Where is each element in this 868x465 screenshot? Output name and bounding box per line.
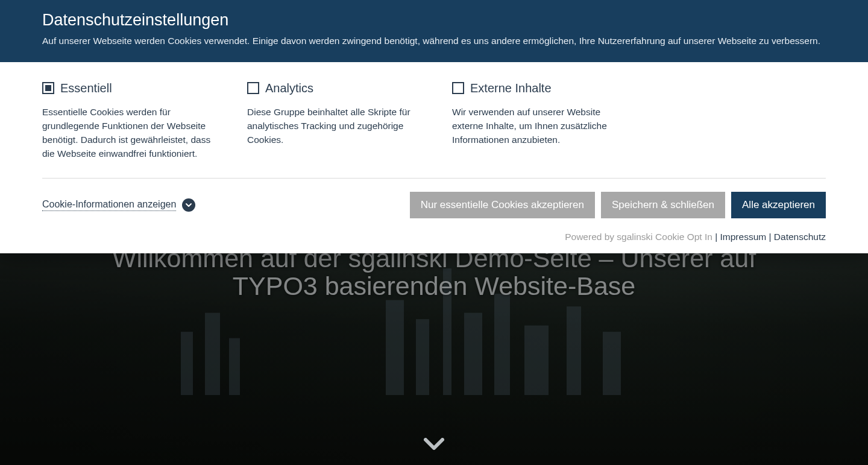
svg-rect-2 xyxy=(229,338,240,396)
group-analytics-title: Analytics xyxy=(265,81,313,95)
group-external-desc: Wir verwenden auf unserer Website extern… xyxy=(452,105,633,147)
consent-intro: Auf unserer Webseite werden Cookies verw… xyxy=(42,34,826,48)
cookie-info-toggle[interactable]: Cookie-Informationen anzeigen xyxy=(42,198,195,212)
consent-title: Datenschutzeinstellungen xyxy=(42,11,826,30)
consent-groups: Essentiell Essentielle Cookies werden fü… xyxy=(42,81,826,179)
scroll-down-icon[interactable] xyxy=(420,430,448,459)
svg-rect-7 xyxy=(494,294,510,395)
consent-buttons: Nur essentielle Cookies akzeptieren Spei… xyxy=(410,192,826,218)
consent-footer: Powered by sgalinski Cookie Opt In | Imp… xyxy=(0,228,868,253)
svg-rect-4 xyxy=(416,319,429,395)
checkbox-essential xyxy=(42,82,54,94)
group-analytics: Analytics Diese Gruppe beinhaltet alle S… xyxy=(247,81,428,161)
group-analytics-desc: Diese Gruppe beinhaltet alle Skripte für… xyxy=(247,105,428,147)
group-essential: Essentiell Essentielle Cookies werden fü… xyxy=(42,81,223,161)
group-external: Externe Inhalte Wir verwenden auf unsere… xyxy=(452,81,633,161)
footer-sep-2: | xyxy=(766,232,774,242)
group-essential-title: Essentiell xyxy=(60,81,112,95)
powered-by: Powered by sgalinski Cookie Opt In xyxy=(565,232,712,242)
chevron-down-icon xyxy=(182,198,195,212)
consent-header: Datenschutzeinstellungen Auf unserer Web… xyxy=(0,0,868,62)
svg-rect-8 xyxy=(524,326,549,396)
svg-rect-10 xyxy=(603,332,621,395)
checkbox-analytics[interactable] xyxy=(247,82,259,94)
imprint-link[interactable]: Impressum xyxy=(720,232,767,242)
accept-all-button[interactable]: Alle akzeptieren xyxy=(731,192,826,218)
save-close-button[interactable]: Speichern & schließen xyxy=(601,192,725,218)
svg-rect-6 xyxy=(464,313,482,396)
group-external-title: Externe Inhalte xyxy=(470,81,552,95)
cookie-info-toggle-label: Cookie-Informationen anzeigen xyxy=(42,199,176,211)
cookie-consent-dialog: Datenschutzeinstellungen Auf unserer Web… xyxy=(0,0,868,253)
svg-rect-9 xyxy=(567,306,581,395)
svg-rect-1 xyxy=(205,313,220,396)
svg-rect-3 xyxy=(386,300,404,396)
privacy-link[interactable]: Datenschutz xyxy=(774,232,826,242)
group-essential-desc: Essentielle Cookies werden für grundlege… xyxy=(42,105,223,161)
svg-rect-0 xyxy=(181,332,193,395)
checkbox-external[interactable] xyxy=(452,82,464,94)
accept-essential-button[interactable]: Nur essentielle Cookies akzeptieren xyxy=(410,192,595,218)
footer-sep-1: | xyxy=(712,232,720,242)
